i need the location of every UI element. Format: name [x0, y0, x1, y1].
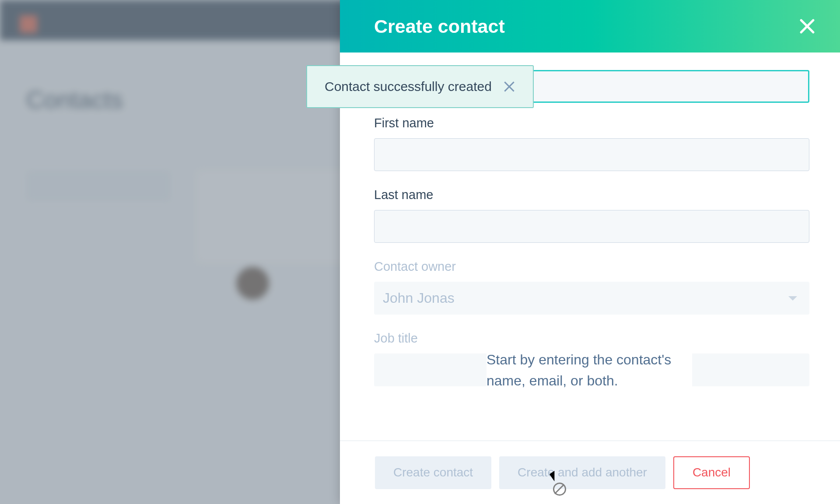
contact-owner-value	[374, 282, 809, 315]
create-add-another-button[interactable]: Create and add another	[499, 456, 665, 489]
panel-title: Create contact	[374, 16, 505, 37]
panel-header: Create contact	[340, 0, 840, 52]
success-toast: Contact successfully created	[306, 65, 534, 108]
contact-owner-label: Contact owner	[374, 259, 809, 274]
panel-footer: Create contact Create and add another Ca…	[340, 441, 840, 504]
close-icon[interactable]	[798, 18, 816, 35]
chevron-down-icon	[788, 296, 797, 301]
close-icon[interactable]	[503, 80, 515, 93]
toast-message: Contact successfully created	[325, 79, 492, 94]
first-name-label: First name	[374, 116, 809, 130]
helper-tooltip: Start by entering the contact's name, em…	[486, 346, 692, 395]
create-contact-button[interactable]: Create contact	[375, 456, 491, 489]
contact-owner-select[interactable]	[374, 282, 809, 315]
cancel-button[interactable]: Cancel	[673, 456, 750, 489]
first-name-field[interactable]	[374, 138, 809, 171]
job-title-label: Job title	[374, 331, 809, 346]
last-name-label: Last name	[374, 188, 809, 202]
last-name-field[interactable]	[374, 210, 809, 243]
